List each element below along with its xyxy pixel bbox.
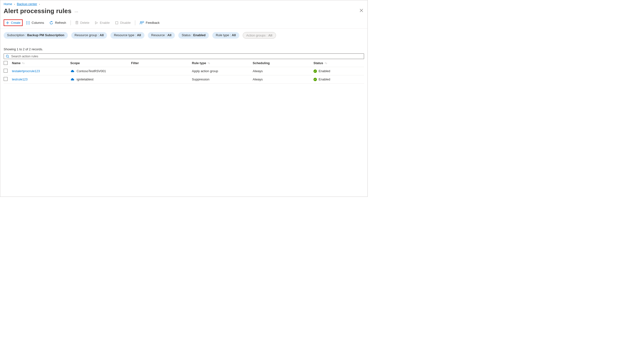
stop-icon	[115, 21, 118, 24]
row-checkbox[interactable]	[4, 69, 8, 73]
filter-resource-group[interactable]: Resource group : All	[71, 32, 107, 39]
feedback-button[interactable]: Feedback	[138, 20, 162, 26]
scope-text: ignitelabtest	[76, 77, 94, 81]
svg-point-2	[6, 55, 8, 57]
breadcrumb-separator: ›	[39, 3, 40, 5]
filter-value: All	[167, 33, 172, 37]
more-button[interactable]: …	[74, 9, 79, 13]
feedback-label: Feedback	[146, 21, 160, 24]
search-bar[interactable]	[4, 53, 364, 59]
table-row: testalertprocrule123 ContosoTestRSV001 A…	[4, 67, 364, 75]
status-text: Enabled	[318, 77, 330, 81]
filter-resource-type[interactable]: Resource type : All	[110, 32, 144, 39]
toolbar: Create Columns Refresh Delete Enable Dis…	[0, 19, 368, 29]
vault-icon	[70, 77, 75, 82]
page-title-text: Alert processing rules	[4, 7, 72, 15]
delete-button[interactable]: Delete	[73, 20, 92, 26]
svg-rect-0	[116, 22, 118, 24]
filter-status[interactable]: Status : Enabled	[178, 32, 209, 39]
sort-icon: ↑↓	[208, 61, 210, 64]
records-count: Showing 1 to 2 of 2 records.	[0, 40, 368, 53]
close-icon	[360, 9, 363, 12]
filter-label: Resource :	[151, 33, 167, 37]
create-button[interactable]: Create	[4, 19, 22, 26]
filter-bar: Subscription : Backup PM Subscription Re…	[0, 29, 368, 40]
page-title: Alert processing rules …	[4, 7, 79, 15]
refresh-label: Refresh	[55, 21, 66, 24]
breadcrumb-separator: ›	[14, 3, 15, 5]
select-all-checkbox[interactable]	[4, 61, 8, 65]
disable-label: Disable	[120, 21, 130, 24]
results-grid: Name ↑↓ Scope Filter Rule type ↑↓ Schedu…	[4, 59, 364, 84]
filter-value: All	[268, 33, 272, 37]
toolbar-separator	[70, 20, 71, 25]
column-label: Scheduling	[253, 61, 270, 65]
trash-icon	[75, 21, 78, 24]
grid-header: Name ↑↓ Scope Filter Rule type ↑↓ Schedu…	[4, 59, 364, 67]
ruletype-cell: Apply action group	[192, 69, 253, 73]
breadcrumb-home[interactable]: Home	[4, 2, 12, 6]
ruletype-cell: Suppression	[192, 77, 253, 81]
column-header-ruletype[interactable]: Rule type ↑↓	[192, 61, 253, 65]
filter-label: Status :	[182, 33, 193, 37]
rule-name-link[interactable]: testrule123	[12, 77, 28, 81]
search-icon	[6, 55, 9, 58]
filter-label: Action groups :	[246, 33, 268, 37]
filter-resource[interactable]: Resource : All	[148, 32, 175, 39]
breadcrumb: Home › Backup center ›	[0, 0, 368, 7]
refresh-icon	[49, 21, 53, 25]
filter-rule-type[interactable]: Rule type : All	[212, 32, 239, 39]
scheduling-cell: Always	[253, 77, 314, 81]
column-label: Scope	[70, 61, 80, 65]
filter-value: Enabled	[193, 33, 206, 37]
svg-point-1	[140, 21, 142, 22]
filter-action-groups: Action groups : All	[243, 32, 276, 39]
create-label: Create	[11, 21, 20, 24]
filter-subscription[interactable]: Subscription : Backup PM Subscription	[4, 32, 68, 39]
delete-label: Delete	[80, 21, 90, 24]
filter-label: Subscription :	[7, 33, 27, 37]
filter-value: Backup PM Subscription	[27, 33, 64, 37]
columns-label: Columns	[32, 21, 44, 24]
refresh-button[interactable]: Refresh	[48, 20, 68, 26]
row-checkbox[interactable]	[4, 77, 8, 81]
vault-icon	[70, 69, 75, 73]
status-text: Enabled	[318, 69, 330, 73]
column-label: Filter	[131, 61, 139, 65]
filter-label: Resource group :	[75, 33, 100, 37]
column-label: Status	[314, 61, 323, 65]
enable-label: Enable	[100, 21, 110, 24]
column-header-scope[interactable]: Scope	[70, 61, 131, 65]
scope-text: ContosoTestRSV001	[76, 69, 106, 73]
column-header-filter[interactable]: Filter	[131, 61, 192, 65]
plus-icon	[6, 21, 9, 24]
breadcrumb-backup-center[interactable]: Backup center	[17, 2, 37, 6]
sort-icon: ↑↓	[325, 61, 327, 64]
filter-label: Rule type :	[216, 33, 232, 37]
table-row: testrule123 ignitelabtest Suppression Al…	[4, 75, 364, 84]
filter-value: All	[232, 33, 236, 37]
status-enabled-icon: ✓	[314, 69, 317, 73]
person-feedback-icon	[140, 21, 144, 25]
enable-button[interactable]: Enable	[93, 20, 112, 26]
sort-icon: ↑↓	[22, 61, 24, 64]
column-label: Rule type	[192, 61, 206, 65]
column-header-scheduling[interactable]: Scheduling	[253, 61, 314, 65]
columns-icon	[26, 21, 30, 24]
filter-value: All	[137, 33, 141, 37]
filter-value: All	[100, 33, 104, 37]
column-header-status[interactable]: Status ↑↓	[314, 61, 364, 65]
close-button[interactable]	[359, 7, 364, 15]
status-enabled-icon: ✓	[314, 78, 317, 81]
column-label: Name	[12, 61, 20, 65]
search-input[interactable]	[11, 54, 362, 58]
play-icon	[94, 21, 98, 24]
column-header-name[interactable]: Name ↑↓	[12, 61, 70, 65]
rule-name-link[interactable]: testalertprocrule123	[12, 69, 40, 73]
scheduling-cell: Always	[253, 69, 314, 73]
filter-label: Resource type :	[114, 33, 137, 37]
toolbar-separator	[135, 20, 135, 25]
disable-button[interactable]: Disable	[113, 20, 132, 26]
columns-button[interactable]: Columns	[24, 20, 46, 26]
